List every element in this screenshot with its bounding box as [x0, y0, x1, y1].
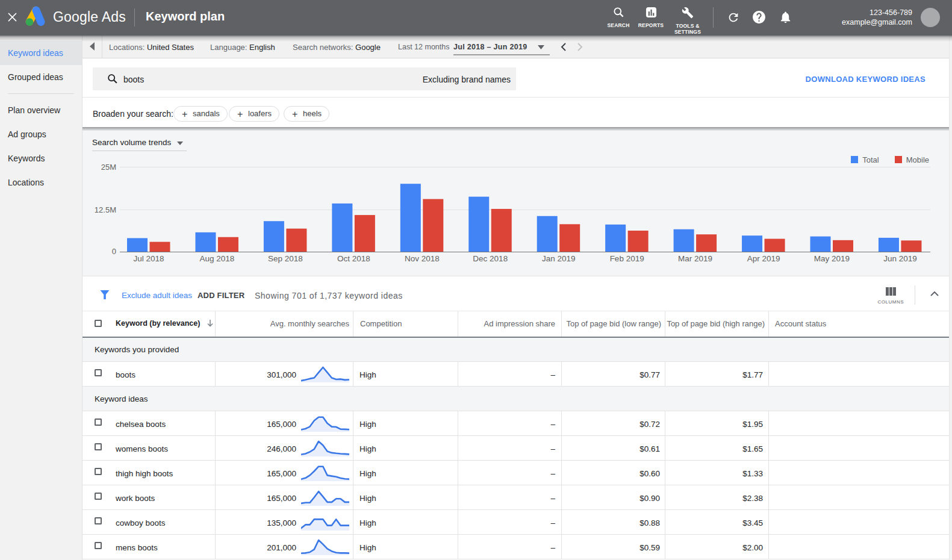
- svg-text:0: 0: [112, 247, 116, 256]
- svg-text:May 2019: May 2019: [814, 254, 850, 263]
- svg-text:12.5M: 12.5M: [95, 205, 116, 214]
- svg-text:Apr 2019: Apr 2019: [747, 254, 780, 263]
- svg-text:Jan 2019: Jan 2019: [542, 254, 576, 263]
- svg-text:Sep 2018: Sep 2018: [268, 254, 303, 263]
- svg-text:Jun 2019: Jun 2019: [883, 254, 917, 263]
- svg-text:Jul 2018: Jul 2018: [133, 254, 164, 263]
- svg-text:Feb 2019: Feb 2019: [610, 254, 644, 263]
- svg-text:Aug 2018: Aug 2018: [200, 254, 235, 263]
- svg-text:Nov 2018: Nov 2018: [405, 254, 440, 263]
- svg-text:Mar 2019: Mar 2019: [678, 254, 712, 263]
- svg-text:Dec 2018: Dec 2018: [473, 254, 508, 263]
- svg-text:Oct 2018: Oct 2018: [337, 254, 370, 263]
- svg-text:25M: 25M: [101, 164, 116, 172]
